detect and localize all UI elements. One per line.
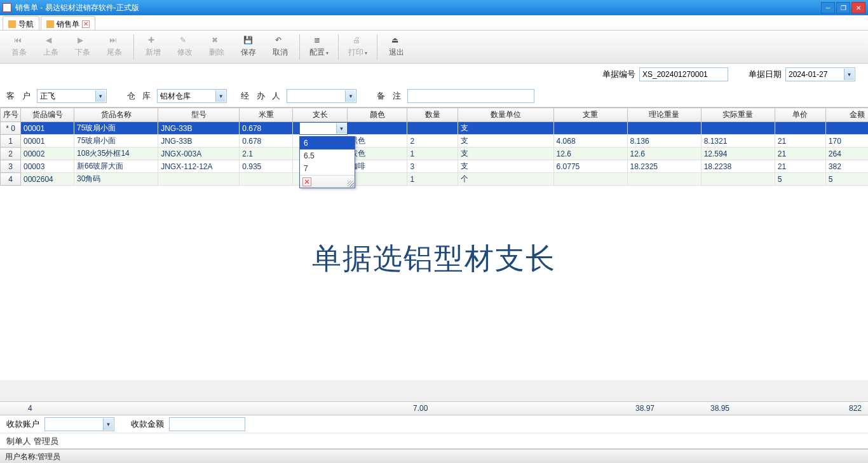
cell[interactable] [348,173,407,186]
column-header[interactable]: 米重 [240,108,293,122]
cell[interactable]: 00003 [21,160,74,173]
table-row[interactable]: * 00000175玻扇小面JNG-33B0.678支 [1,122,869,135]
warehouse-combo[interactable]: 铝材仓库 ▼ [157,89,227,103]
table-row[interactable]: 4000260430角码1个55 [1,173,869,186]
cell[interactable]: 108火35外框14 [74,148,158,160]
cell[interactable] [553,122,627,135]
cell[interactable]: 00001 [21,135,74,148]
column-header[interactable]: 理论重量 [627,108,701,122]
cell[interactable]: JNG-33B [158,122,240,135]
cell[interactable]: 0.678 [240,122,293,135]
cell[interactable]: 264 [825,148,868,160]
cell[interactable]: 灰色 [348,148,407,160]
cell[interactable]: 00002 [21,148,74,160]
row-header[interactable]: 2 [1,148,21,160]
cell[interactable]: JNGX-003A [158,148,240,160]
minimize-button[interactable]: ─ [821,2,835,13]
cell[interactable] [407,122,458,135]
calendar-dropdown-icon[interactable]: ▼ [844,69,854,80]
cancel-button[interactable]: 取消 [265,32,295,62]
cell[interactable]: 支 [458,135,553,148]
cell[interactable]: JNG-33B [158,135,240,148]
chevron-down-icon[interactable]: ▼ [95,90,105,102]
cell[interactable]: 75玻扇小面 [74,135,158,148]
delete-button[interactable]: 删除 [201,32,232,62]
cell[interactable]: JNGX-112-12A [158,160,240,173]
cell[interactable] [553,173,627,186]
close-button[interactable]: ✕ [851,2,865,13]
cell[interactable]: 3 [407,160,458,173]
column-header[interactable]: 数量 [407,108,458,122]
cell[interactable] [348,122,407,135]
cell[interactable]: 12.6 [627,148,701,160]
edit-button[interactable]: 修改 [170,32,200,62]
maximize-button[interactable]: ❐ [836,2,850,13]
prev-button[interactable]: 上条 [36,32,66,62]
first-button[interactable]: 首条 [4,32,34,62]
column-header[interactable]: 支长 [293,108,348,122]
cell[interactable]: 5 [775,173,825,186]
cell[interactable]: 1 [407,148,458,160]
tab-close-icon[interactable]: ✕ [82,20,90,28]
column-header[interactable]: 货品名称 [74,108,158,122]
cell[interactable]: 75玻扇小面 [74,122,158,135]
row-header[interactable]: 1 [1,135,21,148]
column-header[interactable]: 金额 [825,108,868,122]
cell[interactable]: 咖啡 [348,160,407,173]
cell[interactable] [627,173,701,186]
print-button[interactable]: 打印 [342,32,373,62]
cell[interactable]: 黑色 [348,135,407,148]
cell[interactable]: 18.2325 [627,160,701,173]
length-cell-combo[interactable]: ▼ [299,122,348,135]
column-header[interactable]: 支重 [553,108,627,122]
cell[interactable]: 0002604 [21,173,74,186]
new-button[interactable]: 新增 [138,32,168,62]
cell[interactable]: 8.136 [627,135,701,148]
tab-nav[interactable]: 导航 [3,16,39,30]
tab-sales[interactable]: 销售单 ✕ [41,16,95,30]
chevron-down-icon[interactable]: ▼ [345,90,355,102]
cell[interactable] [627,122,701,135]
config-button[interactable]: 配置 [304,32,334,62]
cell[interactable] [701,173,775,186]
table-row[interactable]: 10000175玻扇小面JNG-33B0.678黑色2支4.0688.1368.… [1,135,869,148]
column-header[interactable]: 型号 [158,108,240,122]
chevron-down-icon[interactable]: ▼ [336,123,346,134]
cell[interactable]: 30角码 [74,173,158,186]
column-header[interactable]: 实际重量 [701,108,775,122]
cell[interactable]: 支 [458,148,553,160]
row-header[interactable]: 3 [1,160,21,173]
dropdown-option[interactable]: 7 [300,162,355,175]
cell[interactable]: 6.0775 [553,160,627,173]
dropdown-close-icon[interactable]: ✕ [302,177,311,186]
cell[interactable]: 4.068 [553,135,627,148]
cell[interactable]: 00001 [21,122,74,135]
column-header[interactable]: 颜色 [348,108,407,122]
cell[interactable]: 2 [407,135,458,148]
exit-button[interactable]: 退出 [381,32,412,62]
cell[interactable] [240,173,293,186]
cell[interactable]: 12.6 [553,148,627,160]
cell[interactable]: 0.935 [240,160,293,173]
cell[interactable]: 1 [407,173,458,186]
cell[interactable]: 21 [775,160,825,173]
cell[interactable]: 12.594 [701,148,775,160]
cell[interactable]: 新66玻屏大面 [74,160,158,173]
cell[interactable]: 个 [458,173,553,186]
table-row[interactable]: 300003新66玻屏大面JNGX-112-12A0.935咖啡3支6.0775… [1,160,869,173]
cell[interactable]: 2.1 [240,148,293,160]
column-header[interactable]: 货品编号 [21,108,74,122]
handler-combo[interactable]: ▼ [287,89,356,103]
cell[interactable] [158,173,240,186]
resize-handle-icon[interactable] [348,181,354,187]
column-header[interactable]: 单价 [775,108,825,122]
row-header[interactable]: 4 [1,173,21,186]
save-button[interactable]: 保存 [233,32,264,62]
cell[interactable]: 支 [458,160,553,173]
cell[interactable]: 8.1321 [701,135,775,148]
cell[interactable]: 170 [825,135,868,148]
table-row[interactable]: 200002108火35外框14JNGX-003A2.1灰色1支12.612.6… [1,148,869,160]
cell[interactable]: 18.2238 [701,160,775,173]
row-header[interactable]: * 0 [1,122,21,135]
cell[interactable] [701,122,775,135]
